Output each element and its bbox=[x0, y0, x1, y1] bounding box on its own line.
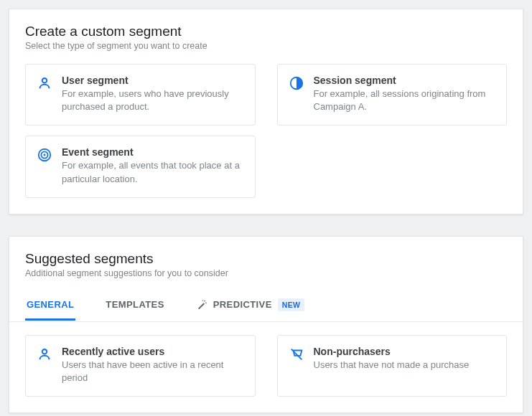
suggested-tabs: GENERAL TEMPLATES PREDICTIVE NEW bbox=[9, 291, 523, 322]
segment-type-desc: For example, all sessions originating fr… bbox=[314, 88, 495, 113]
session-icon bbox=[288, 75, 305, 92]
user-icon bbox=[36, 75, 53, 92]
suggestion-desc: Users that have not made a purchase bbox=[314, 359, 470, 372]
tab-label: PREDICTIVE bbox=[213, 299, 272, 310]
suggestion-title: Non-purchasers bbox=[314, 346, 470, 357]
suggestion-title: Recently active users bbox=[62, 346, 243, 357]
segment-type-session[interactable]: Session segment For example, all session… bbox=[277, 64, 508, 126]
suggestion-desc: Users that have been active in a recent … bbox=[62, 359, 243, 384]
tab-predictive[interactable]: PREDICTIVE NEW bbox=[195, 291, 307, 322]
segment-type-title: User segment bbox=[62, 75, 243, 86]
tab-label: GENERAL bbox=[27, 299, 74, 310]
create-title: Create a custom segment bbox=[25, 24, 507, 39]
tab-templates[interactable]: TEMPLATES bbox=[104, 292, 165, 321]
create-segment-panel: Create a custom segment Select the type … bbox=[9, 9, 523, 214]
svg-point-5 bbox=[204, 301, 205, 302]
badge-new: NEW bbox=[278, 298, 305, 311]
tab-general[interactable]: GENERAL bbox=[25, 292, 75, 321]
svg-point-7 bbox=[202, 300, 202, 301]
svg-point-0 bbox=[42, 78, 47, 82]
suggested-title: Suggested segments bbox=[25, 251, 507, 267]
svg-point-8 bbox=[42, 349, 47, 354]
non-purchase-icon bbox=[288, 346, 305, 363]
event-icon bbox=[36, 146, 53, 164]
magic-wand-icon bbox=[196, 299, 207, 311]
create-subtitle: Select the type of segment you want to c… bbox=[25, 41, 507, 51]
suggestion-recently-active[interactable]: Recently active users Users that have be… bbox=[25, 335, 256, 397]
svg-point-4 bbox=[44, 154, 46, 156]
segment-type-title: Event segment bbox=[62, 146, 243, 158]
suggestion-non-purchasers[interactable]: Non-purchasers Users that have not made … bbox=[277, 335, 508, 397]
segment-type-grid: User segment For example, users who have… bbox=[25, 64, 507, 198]
suggested-subtitle: Additional segment suggestions for you t… bbox=[25, 268, 507, 278]
segment-type-user[interactable]: User segment For example, users who have… bbox=[25, 64, 256, 126]
user-icon bbox=[36, 346, 53, 363]
svg-point-6 bbox=[205, 302, 207, 303]
segment-type-event[interactable]: Event segment For example, all events th… bbox=[25, 136, 256, 197]
segment-type-desc: For example, all events that took place … bbox=[62, 159, 243, 185]
suggested-grid: Recently active users Users that have be… bbox=[25, 335, 507, 397]
suggested-segments-panel: Suggested segments Additional segment su… bbox=[9, 236, 523, 413]
tab-label: TEMPLATES bbox=[106, 299, 164, 310]
segment-type-title: Session segment bbox=[314, 75, 495, 86]
segment-type-desc: For example, users who have previously p… bbox=[62, 88, 243, 113]
